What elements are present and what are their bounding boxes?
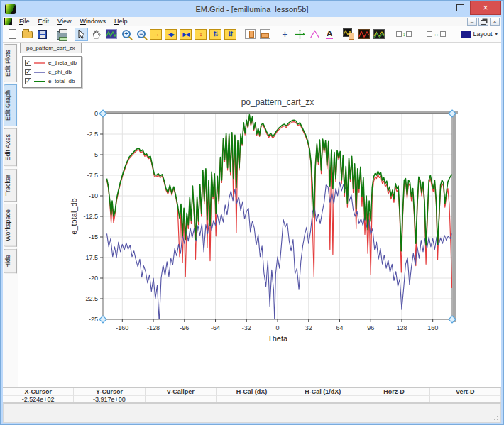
mdi-minimize-button[interactable]: –	[467, 18, 477, 26]
legend-line-swatch	[34, 81, 45, 82]
spread-x-glyph: ◀▶	[165, 29, 177, 40]
box-shape	[406, 31, 412, 37]
title-bar[interactable]: EM.Grid - [emillumina_lesson5b] – ×	[3, 1, 501, 17]
menu-item-edit[interactable]: Edit	[34, 17, 54, 26]
box-shape	[396, 31, 402, 37]
resize-grip[interactable]	[492, 414, 499, 421]
mdi-restore-button[interactable]	[478, 18, 488, 26]
zoom-region-shape	[106, 29, 117, 39]
x-tick-label: 96	[367, 324, 374, 331]
app-window: EM.Grid - [emillumina_lesson5b] – × File…	[0, 0, 504, 425]
axes-tracker-icon[interactable]	[293, 28, 307, 41]
y-tick-label: -5	[92, 151, 98, 158]
page-shape	[9, 29, 16, 39]
layout-menu-button[interactable]: Layout ▾	[457, 29, 502, 39]
expand-y-icon[interactable]: ↕	[194, 28, 207, 41]
row-bottom-shape	[260, 29, 270, 39]
x-tick-label: 128	[396, 324, 407, 331]
chevron-down-icon: ▾	[495, 31, 498, 37]
zoom-region-icon[interactable]	[104, 28, 118, 41]
new-document-icon[interactable]	[6, 28, 19, 41]
y-tick-label: -12.5	[83, 213, 98, 220]
zoom-in-icon[interactable]: +	[119, 28, 133, 41]
plot-canvas[interactable]: 0-2.5-5-7.5-10-12.5-15-17.5-20-22.5-25-1…	[18, 43, 491, 387]
legend-label: e_total_db	[48, 78, 75, 84]
legend-checkbox[interactable]: ✓	[25, 60, 31, 66]
sidebar-tab-edit-graph[interactable]: Edit Graph	[4, 84, 17, 126]
row-bottom-icon[interactable]	[258, 28, 272, 41]
y-tick-label: -7.5	[87, 172, 98, 179]
legend-row: ✓e_theta_db	[25, 58, 77, 67]
crosshair-glyph: +	[282, 29, 287, 39]
crosshair-icon[interactable]: +	[278, 28, 292, 41]
sidebar-tab-workspace[interactable]: Workspace	[4, 204, 17, 247]
plot-style-multi-icon[interactable]	[372, 28, 385, 41]
horizontal-spacing-icon[interactable]: ↔	[422, 28, 451, 41]
sidebar-tab-tracker[interactable]: Tracker	[4, 169, 17, 202]
x-tick-label: -32	[242, 324, 251, 331]
window-title: EM.Grid - [emillumina_lesson5b]	[3, 5, 501, 13]
save-icon[interactable]	[35, 28, 49, 41]
compress-y-icon[interactable]: ⇵	[224, 28, 237, 41]
cursor-readout-bar: X-CursorY-CursorV-CaliperH-Cal (dX)H-Cal…	[3, 387, 501, 402]
readout-header-cell: Y-Cursor	[74, 388, 145, 396]
text-label-icon[interactable]: A	[323, 28, 336, 41]
mdi-close-button[interactable]: ×	[490, 18, 500, 26]
layout-bars-icon	[461, 31, 471, 38]
copy-plot-icon[interactable]	[342, 28, 356, 41]
zoom-out-icon[interactable]: −	[134, 28, 148, 41]
menu-item-view[interactable]: View	[53, 17, 75, 26]
readout-header-cell: V-Caliper	[146, 388, 217, 396]
readout-header-cell: Horz-D	[358, 388, 429, 396]
column-right-icon[interactable]	[243, 28, 257, 41]
plot-legend: ✓e_theta_db✓e_phi_db✓e_total_db	[22, 56, 82, 88]
legend-checkbox[interactable]: ✓	[25, 78, 31, 84]
plot-multi-shape	[373, 29, 385, 39]
spread-x-icon[interactable]: ◀▶	[164, 28, 177, 41]
compress-x-icon[interactable]: ▶◀	[179, 28, 192, 41]
triangle-shape	[309, 30, 320, 39]
y-tick-label: -2.5	[87, 131, 98, 138]
menu-bar: FileEditViewWindowsHelp – ×	[3, 17, 501, 26]
magnifier-minus-shape: −	[137, 30, 146, 38]
x-tick-label: -160	[116, 324, 128, 331]
readout-header-cell: H-Cal (dX)	[217, 388, 287, 396]
spread-y-icon[interactable]: ⇅	[209, 28, 222, 41]
x-axis-label: Theta	[268, 334, 288, 343]
menu-item-file[interactable]: File	[15, 17, 34, 26]
expand-x-glyph: ↔	[150, 29, 162, 40]
expand-x-icon[interactable]: ↔	[149, 28, 163, 41]
menu-item-help[interactable]: Help	[110, 17, 132, 26]
x-tick-label: -128	[147, 324, 160, 331]
x-tick-label: 0	[275, 324, 279, 331]
x-tick-label: 160	[427, 324, 438, 331]
h-space-glyph: ↔	[433, 31, 439, 38]
legend-row: ✓e_total_db	[25, 77, 77, 86]
x-tick-label: -64	[211, 324, 220, 331]
caliper-triangle-icon[interactable]	[308, 28, 322, 41]
sidebar-tab-hide[interactable]: Hide	[4, 249, 17, 274]
folder-shape	[22, 31, 33, 38]
plot-red-shape	[358, 29, 370, 39]
sidebar-tab-edit-plots[interactable]: Edit Plots	[4, 44, 17, 82]
legend-checkbox[interactable]: ✓	[25, 69, 31, 75]
v-space-glyph: ↕	[402, 31, 406, 38]
side-tab-strip: Edit PlotsEdit GraphEdit AxesTrackerWork…	[3, 43, 18, 387]
status-bar	[3, 402, 501, 423]
sidebar-tab-edit-axes[interactable]: Edit Axes	[4, 128, 17, 167]
y-tick-label: -10	[89, 192, 98, 199]
axes-shape	[295, 29, 305, 40]
print-icon[interactable]	[55, 28, 69, 41]
menu-item-windows[interactable]: Windows	[75, 17, 110, 26]
y-tick-label: -20	[89, 275, 98, 282]
plot-style-red-icon[interactable]	[357, 28, 371, 41]
y-axis-label: e_total_db	[70, 198, 78, 234]
open-folder-icon[interactable]	[21, 28, 34, 41]
pan-hand-icon[interactable]	[89, 28, 103, 41]
graph-page: po_pattern_cart_zx ✓e_theta_db✓e_phi_db✓…	[18, 43, 501, 387]
vertical-spacing-icon[interactable]: ↕	[392, 28, 416, 41]
select-cursor-icon[interactable]	[75, 28, 88, 41]
legend-label: e_theta_db	[48, 60, 77, 66]
y-tick-label: -22.5	[83, 295, 98, 302]
selection-handle[interactable]	[99, 316, 106, 323]
